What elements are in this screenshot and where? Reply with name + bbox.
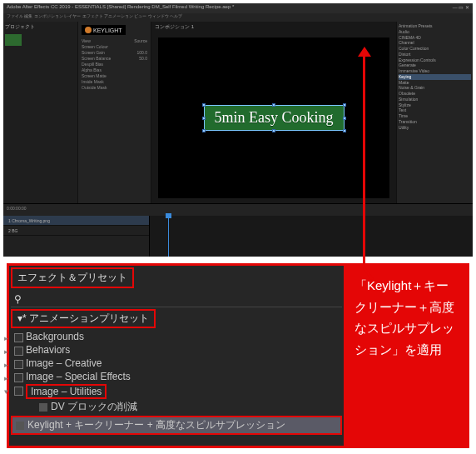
tree-row[interactable]: Simulation <box>399 97 471 102</box>
panel-title-highlight: エフェクト＆プリセット <box>11 267 134 288</box>
layer-row[interactable]: 2 BG <box>3 226 149 236</box>
tree-row-selected[interactable]: Keying <box>399 74 471 80</box>
tree-row[interactable]: Channel <box>399 40 471 46</box>
transform-handle[interactable] <box>343 103 346 107</box>
transform-handle[interactable] <box>202 103 206 107</box>
tree-row[interactable]: Stylize <box>399 102 471 108</box>
disclosure-icon[interactable]: ▸ <box>4 374 8 382</box>
selected-layer[interactable]: 5min Easy Cooking <box>205 106 344 130</box>
annotation-group: エフェクト＆プリセット ⚲ ▾* アニメーションプリセット ▸Backgroun… <box>7 263 469 448</box>
annotation-arrow-line <box>363 53 365 270</box>
tree-row[interactable]: Text <box>399 107 471 113</box>
transform-handle[interactable] <box>202 117 206 120</box>
window-title: Adobe After Effects CC 2019 - ESSENTIALS… <box>7 4 234 12</box>
annotation-arrow-head-icon <box>358 47 371 57</box>
tree-row[interactable]: Color Correction <box>399 46 471 52</box>
timeline-header: 0:00:00:00 <box>3 204 473 216</box>
title-card-text: 5min Easy Cooking <box>215 109 334 126</box>
transform-handle[interactable] <box>272 103 275 107</box>
preset-icon <box>39 403 47 412</box>
workspace: プロジェクト KEYLIGHT ViewSource Screen Colour… <box>3 22 473 203</box>
preset-folder[interactable]: ▸Backgrounds <box>11 330 342 343</box>
preset-item[interactable]: DV ブロックの削減 <box>11 400 342 414</box>
tree-row[interactable]: Audio <box>399 29 471 35</box>
layer-list[interactable]: 1 Chroma_Writing.png 2 BG <box>3 216 150 257</box>
preset-folder-open[interactable]: ▾Image – Utilities <box>11 383 342 400</box>
tree-row[interactable]: Generate <box>399 62 471 68</box>
tree-row[interactable]: Time <box>399 113 471 119</box>
timeline-panel[interactable]: 0:00:00:00 1 Chroma_Writing.png 2 BG <box>3 203 473 257</box>
keylight-label: KEYLIGHT <box>93 27 122 33</box>
tree-row[interactable]: Expression Controls <box>399 57 471 63</box>
preset-search-field[interactable]: ⚲ <box>11 292 342 307</box>
timeline-tracks[interactable] <box>150 216 473 257</box>
keylight-logo-icon <box>85 27 92 33</box>
tree-row[interactable]: Transition <box>399 119 471 125</box>
disclosure-icon[interactable]: ▸ <box>4 347 8 356</box>
effects-tree[interactable]: Animation Presets Audio CINEMA 4D Channe… <box>399 23 471 130</box>
transform-handle[interactable] <box>272 129 275 132</box>
project-thumbnail[interactable] <box>5 34 22 46</box>
open-folder-highlight: Image – Utilities <box>26 384 107 399</box>
composition-viewer[interactable]: 5min Easy Cooking <box>158 37 389 198</box>
category-highlight[interactable]: ▾* アニメーションプリセット <box>11 309 156 328</box>
preset-folder[interactable]: ▸Image – Creative <box>11 357 342 370</box>
disclosure-icon[interactable]: ▸ <box>4 334 8 342</box>
effects-presets-panel[interactable]: Animation Presets Audio CINEMA 4D Channe… <box>396 22 473 203</box>
window-controls[interactable]: — ▭ ✕ <box>453 4 469 12</box>
tree-row[interactable]: Immersive Video <box>399 68 471 74</box>
project-panel-header: プロジェクト <box>3 22 77 32</box>
project-panel[interactable]: プロジェクト <box>3 22 78 203</box>
annotation-callout: 「Keylight＋キークリーナー＋高度なスピルサプレッション」を適用 <box>346 263 469 448</box>
after-effects-window: Adobe After Effects CC 2019 - ESSENTIALS… <box>3 3 473 257</box>
window-titlebar: Adobe After Effects CC 2019 - ESSENTIALS… <box>3 3 473 13</box>
preset-item-highlight[interactable]: Keylight + キークリーナー + 高度なスピルサプレッション <box>11 416 342 435</box>
effect-properties[interactable]: ViewSource Screen Colour Screen Gain100.… <box>80 37 149 92</box>
preset-icon <box>16 422 24 430</box>
tree-row[interactable]: Animation Presets <box>399 23 471 29</box>
disclosure-open-icon[interactable]: ▾ <box>4 387 8 396</box>
search-icon: ⚲ <box>14 293 22 305</box>
preset-folder[interactable]: ▸Behaviors <box>11 343 342 357</box>
transform-handle[interactable] <box>202 129 206 132</box>
callout-text: 「Keylight＋キークリーナー＋高度なスピルサプレッション」を適用 <box>355 278 454 357</box>
tree-row[interactable]: Distort <box>399 52 471 57</box>
tree-row[interactable]: Utility <box>399 125 471 131</box>
composition-tab[interactable]: コンポジション 1 <box>151 22 396 32</box>
playhead[interactable] <box>168 216 169 257</box>
keylight-plugin-badge: KEYLIGHT <box>82 25 126 35</box>
tree-row[interactable]: Noise & Grain <box>399 85 471 91</box>
effect-controls-panel[interactable]: KEYLIGHT ViewSource Screen Colour Screen… <box>78 22 151 203</box>
transform-handle[interactable] <box>343 129 346 132</box>
transform-handle[interactable] <box>343 117 346 120</box>
disclosure-icon[interactable]: ▸ <box>4 361 8 369</box>
menubar[interactable]: ファイル 編集 コンポジション レイヤー エフェクト アニメーション ビュー ウ… <box>3 13 473 22</box>
tree-row[interactable]: CINEMA 4D <box>399 35 471 41</box>
tree-row[interactable]: Obsolete <box>399 91 471 97</box>
preset-tree[interactable]: ▸Backgrounds ▸Behaviors ▸Image – Creativ… <box>11 330 342 435</box>
layer-row[interactable]: 1 Chroma_Writing.png <box>3 216 149 226</box>
tree-row[interactable]: Matte <box>399 80 471 86</box>
timecode[interactable]: 0:00:00:00 <box>7 206 27 214</box>
effects-presets-detail-panel: エフェクト＆プリセット ⚲ ▾* アニメーションプリセット ▸Backgroun… <box>7 263 346 448</box>
preset-folder[interactable]: ▸Image – Special Effects <box>11 370 342 383</box>
